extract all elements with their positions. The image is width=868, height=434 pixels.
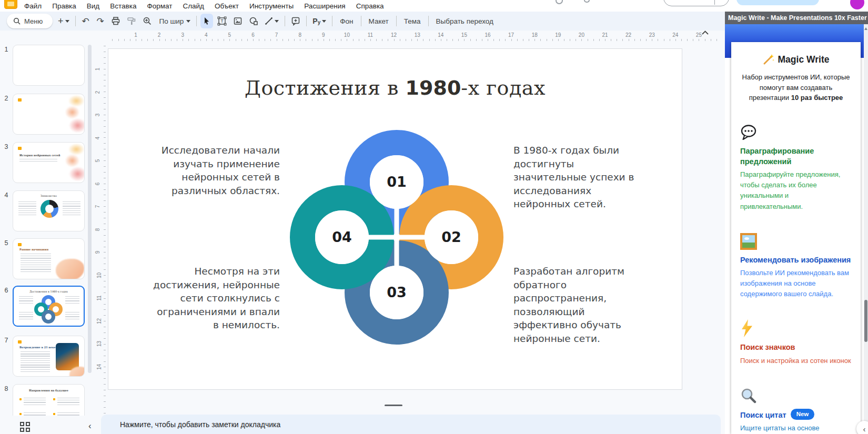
section-recommend-images[interactable]: Рекомендовать изображения Позвольте ИИ р… [740,232,852,300]
filmstrip-bottom-bar: ‹ [0,416,96,434]
slide-title[interactable]: Достижения в 1980-х годах [108,76,682,99]
bullet-marker [53,413,55,415]
menu-view[interactable]: Вид [83,1,104,11]
bell-icon [584,0,590,3]
paint-format-button[interactable] [125,14,138,28]
mini-ring-steel [42,310,55,324]
cursor-icon [203,17,211,25]
label-01: 01 [387,174,407,190]
shape-icon [249,16,258,26]
slide-title-year: 1980 [406,76,461,99]
new-slide-button[interactable]: + [56,14,72,28]
grid-view-button[interactable] [20,422,32,433]
menu-tools[interactable]: Инструменты [245,1,298,11]
cycle-diagram[interactable]: 01 02 03 04 [286,127,507,348]
help-circle-icon [556,0,563,4]
insert-line-button[interactable] [263,14,281,28]
section-title: Рекомендовать изображения [740,255,852,265]
menu-pill-label: Меню [24,17,43,25]
zoom-button[interactable] [140,14,154,28]
wave-decoration [60,95,85,133]
menu-extensions[interactable]: Расширения [300,1,350,11]
menu-slide[interactable]: Слайд [178,1,208,11]
divider [396,16,397,26]
speaker-notes-button[interactable]: Py [310,14,328,28]
divider [332,16,332,26]
panel-scrollbar-thumb[interactable] [864,300,867,342]
comment-plus-icon [291,16,300,26]
vertical-ruler: 1234567891011121314 [95,43,108,434]
notes-resize-handle[interactable] [385,405,402,406]
menu-edit[interactable]: Правка [48,1,80,11]
thumbnail-slide-1[interactable] [13,45,85,86]
thumbnail-slide-5[interactable]: Ранние начинания [13,238,85,279]
label-02: 02 [441,229,461,245]
speaker-notes[interactable]: Нажмите, чтобы добавить заметки докладчи… [101,415,721,434]
divider [285,16,285,26]
redo-button[interactable]: ↷ [94,14,107,28]
thumb-title: Направления на будущее [13,389,84,392]
label-03: 03 [387,284,407,300]
horizontal-ruler: 1234567891011121314151617181920212223242… [95,31,725,43]
section-icon-search[interactable]: Поиск значков Поиск и настройка из сотен… [740,319,852,366]
thumb-title: Знакомство [13,194,84,197]
slide-canvas[interactable]: Достижения в 1980-х годах Исследователи … [108,48,682,390]
menu-object[interactable]: Объект [210,1,243,11]
menu-format[interactable]: Формат [143,1,176,11]
thumb-text-lines [19,296,33,305]
filmstrip-scrollbar[interactable] [88,45,92,373]
panel-scrollbar[interactable] [864,24,868,434]
thumb-text-lines [21,351,50,372]
background-button[interactable]: Фон [335,17,358,25]
text-block-bottom-right[interactable]: Разработан алгоритм обратного распростра… [513,265,646,345]
thumbnail-slide-4[interactable]: Знакомство [13,190,85,231]
toolbar: Меню + ↶ ↷ По шир T [0,12,725,31]
cutoff-share-pill[interactable] [736,0,819,5]
section-quote-search[interactable]: Поиск цитатNew Ищите цитаты на основе со… [740,386,852,434]
text-box-button[interactable]: T [215,14,229,28]
flag-marker [18,98,22,102]
filmstrip: 1 2 3 История нейронных сетей 4 Знакомст… [0,31,95,434]
layout-button[interactable]: Макет [364,17,393,25]
chevron-down-icon [275,20,279,23]
theme-button[interactable]: Тема [399,17,426,25]
menu-items: Файл Правка Вид Вставка Формат Слайд Объ… [20,0,388,12]
text-block-bottom-left[interactable]: Несмотря на эти достижения, нейронные се… [150,265,280,332]
magic-wand-icon [763,54,774,65]
chevron-up-icon [702,31,709,35]
slides-app-icon[interactable] [4,0,17,9]
insert-shape-button[interactable] [247,14,260,28]
slide-number: 8 [2,385,11,392]
select-tool-button[interactable] [200,14,213,28]
insert-comment-button[interactable] [289,14,302,28]
section-description: Ищите цитаты на основе содержимого ваших… [740,423,852,434]
thumbnail-slide-3[interactable]: История нейронных сетей [13,142,85,183]
text-block-top-right[interactable]: В 1980-х годах были достигнуты значитель… [513,144,644,211]
menu-file[interactable]: Файл [20,1,46,11]
panel-collapse-button[interactable]: ‹ [856,421,868,434]
cutoff-split-button[interactable] [663,0,729,6]
section-title: Поиск значков [740,342,852,352]
filmstrip-collapse-chevron[interactable]: ‹ [88,421,92,431]
slide-title-part1: Достижения в [245,76,406,99]
menu-help[interactable]: Справка [352,1,388,11]
bullet-marker [53,398,55,400]
thumbnail-slide-7[interactable]: Возрождение в 21 веке [13,336,85,377]
insert-image-button[interactable] [231,14,245,28]
undo-button[interactable]: ↶ [79,14,92,28]
section-paragraph-sentences[interactable]: Параграфирование предложений Параграфиру… [740,123,852,212]
avatar[interactable] [850,0,864,9]
toolbar-collapse-button[interactable] [699,26,711,39]
flag-marker [18,340,22,344]
text-block-top-left[interactable]: Исследователи начали изучать применение … [155,144,280,197]
thumb-text-lines [63,201,80,215]
menu-search-button[interactable]: Меню [7,14,53,28]
transition-button[interactable]: Выбрать переход [431,17,498,25]
fit-zoom-select[interactable]: По шир [156,14,193,28]
thumbnail-slide-6-selected[interactable]: Достижения в 1980-х годах [13,286,85,327]
thumbnail-slide-2[interactable] [13,94,85,135]
print-button[interactable] [109,14,123,28]
magnifier-icon [740,386,852,404]
menu-insert[interactable]: Вставка [106,1,140,11]
wave-decoration [60,144,85,181]
